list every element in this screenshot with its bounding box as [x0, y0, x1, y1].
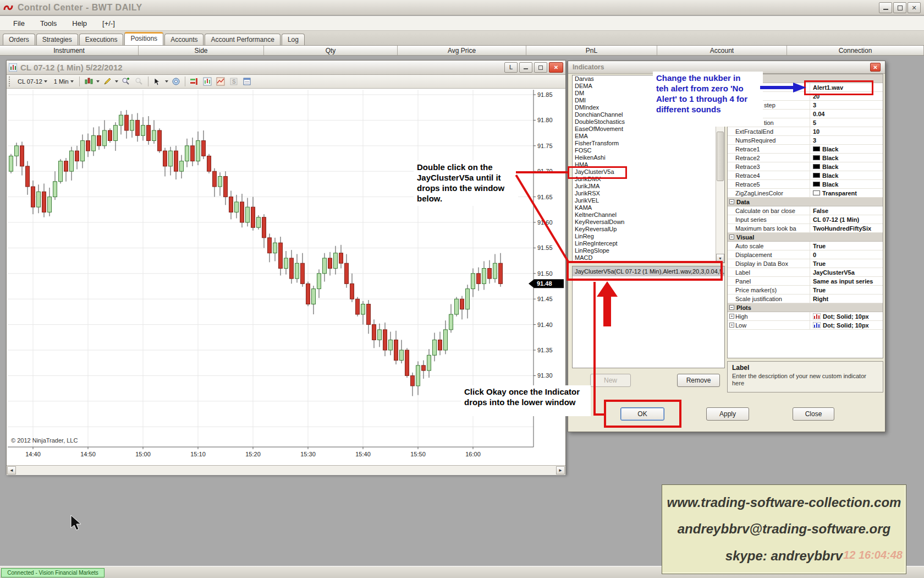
indicator-item-keyreversaldown[interactable]: KeyReversalDown [573, 219, 724, 226]
property-row-data[interactable]: −Data [728, 198, 883, 206]
property-value[interactable]: TwoHundredFiftySix [810, 224, 883, 232]
indicator-item-ema[interactable]: EMA [573, 133, 724, 140]
tab-log[interactable]: Log [282, 34, 305, 45]
chevron-down-icon[interactable] [115, 80, 118, 83]
lock-button[interactable]: L [504, 62, 518, 73]
property-row-extfractalend[interactable]: ExtFractalEnd10 [728, 127, 883, 136]
indicator-item-linregintercept[interactable]: LinRegIntercept [573, 240, 724, 247]
chart-titlebar[interactable]: CL 07-12 (1 Min) 5/22/2012 L ✕ [7, 61, 565, 75]
property-value[interactable]: Dot; Solid; 10px [810, 321, 883, 329]
menu-item-[interactable]: [+/-] [95, 17, 123, 30]
property-value[interactable]: Same as input series [810, 277, 883, 285]
indicator-item-fosc[interactable]: FOSC [573, 147, 724, 154]
minimize-button[interactable] [879, 2, 892, 13]
expand-icon[interactable]: + [729, 323, 734, 328]
property-value[interactable]: Black [810, 145, 883, 153]
property-value[interactable]: Black [810, 171, 883, 179]
indicator-item-linregslope[interactable]: LinRegSlope [573, 247, 724, 254]
new-button[interactable]: New [590, 374, 631, 387]
close-dialog-button[interactable]: Close [793, 407, 834, 421]
indicator-item-linreg[interactable]: LinReg [573, 233, 724, 240]
scrollbar-thumb[interactable] [717, 132, 724, 181]
tab-strategies[interactable]: Strategies [36, 34, 78, 45]
property-value[interactable]: True [810, 259, 883, 268]
property-value[interactable]: Black [810, 162, 883, 171]
property-row-zigzaglinescolor[interactable]: ZigZagLinesColorTransparent [728, 189, 883, 198]
menu-item-help[interactable]: Help [64, 17, 95, 30]
collapse-icon[interactable]: − [729, 199, 734, 204]
column-header-avg-price[interactable]: Avg Price [398, 46, 526, 55]
chevron-down-icon[interactable] [96, 80, 100, 83]
property-row-scale-justification[interactable]: Scale justificationRight [728, 295, 883, 303]
column-header-qty[interactable]: Qty [264, 46, 398, 55]
indicator-item-jurikvel[interactable]: JurikVEL [573, 197, 724, 204]
zoom-out-icon[interactable] [134, 77, 145, 87]
property-value[interactable]: 3 [810, 136, 883, 144]
chart-close-button[interactable]: ✕ [549, 62, 563, 73]
tab-accounts[interactable]: Accounts [164, 34, 204, 45]
property-row-displacement[interactable]: Displacement0 [728, 250, 883, 259]
scroll-right-icon[interactable]: ► [556, 466, 565, 475]
property-value[interactable]: False [810, 206, 883, 215]
property-row-calculate-on-bar-close[interactable]: Calculate on bar closeFalse [728, 206, 883, 215]
property-row-visual[interactable]: −Visual [728, 233, 883, 242]
chart-minimize-button[interactable] [519, 62, 532, 73]
property-row-numsrequired[interactable]: NumsRequired3 [728, 136, 883, 145]
property-row-retrace2[interactable]: Retrace2Black [728, 154, 883, 162]
property-row-maximum-bars-look-ba[interactable]: Maximum bars look baTwoHundredFiftySix [728, 224, 883, 233]
chart-hscrollbar[interactable]: ◄ ► [7, 465, 565, 475]
property-value[interactable]: 10 [810, 127, 883, 135]
dollar-icon[interactable]: S [228, 77, 239, 87]
property-value[interactable]: Transparent [810, 189, 883, 197]
collapse-icon[interactable]: − [729, 305, 734, 310]
cursor-icon[interactable] [152, 77, 163, 87]
tab-executions[interactable]: Executions [79, 34, 124, 45]
property-value[interactable]: True [810, 242, 883, 250]
property-row-price-marker-s-[interactable]: Price marker(s)True [728, 286, 883, 295]
property-value[interactable]: CL 07-12 (1 Min) [810, 215, 883, 223]
property-row-retrace3[interactable]: Retrace3Black [728, 162, 883, 171]
column-header-pnl[interactable]: PnL [526, 46, 657, 55]
column-header-connection[interactable]: Connection [787, 46, 924, 55]
property-value[interactable]: 3 [810, 101, 883, 109]
property-value[interactable]: 0.04 [810, 110, 883, 118]
remove-button[interactable]: Remove [677, 374, 720, 387]
maximize-button[interactable] [893, 2, 906, 13]
data-box-icon[interactable] [241, 77, 252, 87]
indicator-item-keltnerchannel[interactable]: KeltnerChannel [573, 211, 724, 219]
indicator-item-fishertransform[interactable]: FisherTransform [573, 140, 724, 147]
property-value[interactable]: Black [810, 154, 883, 162]
instrument-selector[interactable]: CL 07-12 [15, 77, 50, 86]
dialog-close-button[interactable]: ✕ [870, 63, 881, 72]
property-value[interactable]: True [810, 286, 883, 294]
property-row-retrace1[interactable]: Retrace1Black [728, 145, 883, 154]
property-value[interactable]: 0 [810, 250, 883, 259]
interval-selector[interactable]: 1 Min [52, 77, 76, 86]
property-row-low[interactable]: +LowDot; Solid; 10px [728, 321, 883, 330]
property-value[interactable]: JayClusterV5a [810, 268, 883, 276]
property-value[interactable]: Black [810, 180, 883, 188]
indicator-item-keyreversalup[interactable]: KeyReversalUp [573, 226, 724, 233]
zoom-in-icon[interactable] [120, 77, 131, 87]
mini-chart-icon[interactable] [215, 77, 226, 87]
property-row-retrace5[interactable]: Retrace5Black [728, 180, 883, 189]
scroll-left-icon[interactable]: ◄ [7, 466, 16, 475]
expand-icon[interactable]: + [729, 314, 734, 319]
tab-orders[interactable]: Orders [3, 34, 35, 45]
drawing-tools-icon[interactable] [102, 77, 113, 87]
column-header-account[interactable]: Account [657, 46, 787, 55]
indicator-item-jurikrsx[interactable]: JurikRSX [573, 190, 724, 197]
chevron-down-icon[interactable] [165, 80, 168, 83]
property-row-display-in-data-box[interactable]: Display in Data BoxTrue [728, 259, 883, 268]
menu-item-tools[interactable]: Tools [32, 17, 64, 30]
column-header-instrument[interactable]: Instrument [0, 46, 139, 55]
property-value[interactable]: 5 [810, 118, 883, 127]
indicator-item-jurikjma[interactable]: JurikJMA [573, 183, 724, 190]
property-row-plots[interactable]: −Plots [728, 303, 883, 312]
property-row-label[interactable]: LabelJayClusterV5a [728, 268, 883, 277]
apply-button[interactable]: Apply [706, 407, 749, 421]
chart-trader-icon[interactable] [202, 77, 213, 87]
chart-maximize-button[interactable] [534, 62, 547, 73]
property-row-auto-scale[interactable]: Auto scaleTrue [728, 242, 883, 250]
tab-positions[interactable]: Positions [124, 32, 163, 45]
